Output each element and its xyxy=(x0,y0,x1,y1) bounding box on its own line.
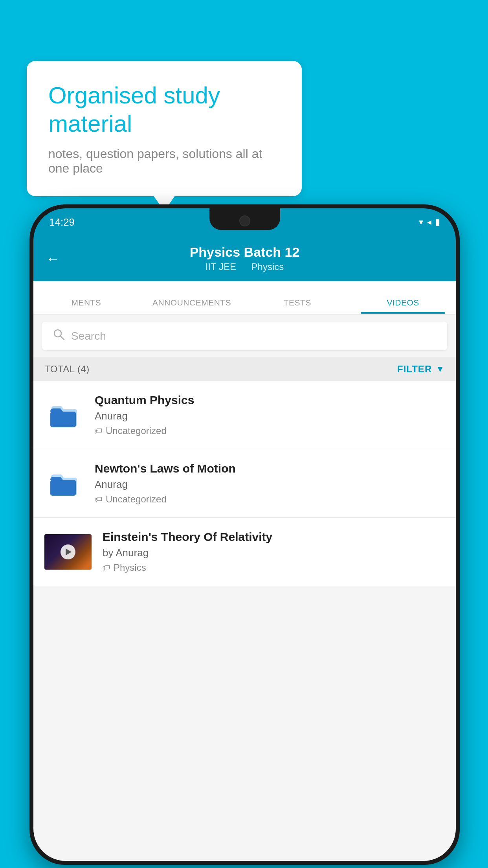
speech-bubble-subtitle: notes, question papers, solutions all at… xyxy=(48,147,280,176)
folder-icon xyxy=(44,397,84,433)
tab-videos[interactable]: VIDEOS xyxy=(350,298,456,314)
folder-icon xyxy=(44,466,84,501)
video-info: Quantum Physics Anurag 🏷 Uncategorized xyxy=(95,394,445,436)
tab-tests[interactable]: TESTS xyxy=(245,298,350,314)
search-placeholder: Search xyxy=(71,330,106,342)
video-list: Quantum Physics Anurag 🏷 Uncategorized xyxy=(33,381,456,586)
video-tag: 🏷 Uncategorized xyxy=(95,494,445,505)
phone-camera xyxy=(239,215,250,226)
list-item[interactable]: Newton's Laws of Motion Anurag 🏷 Uncateg… xyxy=(33,449,456,518)
wifi-icon: ▾ xyxy=(419,217,423,227)
header-title: Physics Batch 12 xyxy=(190,245,300,260)
tag-icon: 🏷 xyxy=(103,563,110,572)
tag-label: Physics xyxy=(114,562,146,573)
speech-bubble-section: Organised study material notes, question… xyxy=(27,61,302,196)
status-time: 14:29 xyxy=(49,216,75,228)
phone-frame: 14:29 ▾ ◂ ▮ ← Physics Batch 12 IIT JEE P… xyxy=(29,204,460,865)
video-tag: 🏷 Physics xyxy=(103,562,445,573)
tag-label: Uncategorized xyxy=(106,425,167,436)
video-author: Anurag xyxy=(95,410,445,422)
video-thumbnail xyxy=(44,534,92,570)
signal-icon: ◂ xyxy=(427,217,431,227)
back-button[interactable]: ← xyxy=(46,250,60,267)
app-header: ← Physics Batch 12 IIT JEE Physics xyxy=(33,236,456,281)
svg-line-1 xyxy=(61,336,64,340)
video-info: Newton's Laws of Motion Anurag 🏷 Uncateg… xyxy=(95,462,445,505)
search-icon xyxy=(53,329,65,343)
header-subtitle-right: Physics xyxy=(251,261,284,272)
tag-icon: 🏷 xyxy=(95,427,103,436)
tab-announcements[interactable]: ANNOUNCEMENTS xyxy=(139,298,245,314)
speech-bubble-title: Organised study material xyxy=(48,81,280,138)
total-count: TOTAL (4) xyxy=(44,364,90,375)
filter-label: FILTER xyxy=(397,364,432,375)
tab-bar: MENTS ANNOUNCEMENTS TESTS VIDEOS xyxy=(33,281,456,314)
video-info: Einstein's Theory Of Relativity by Anura… xyxy=(103,530,445,573)
filter-bar: TOTAL (4) FILTER ▼ xyxy=(33,357,456,381)
video-author: Anurag xyxy=(95,478,445,491)
header-subtitle-left: IIT JEE xyxy=(205,261,236,272)
video-title: Quantum Physics xyxy=(95,394,445,407)
list-item[interactable]: Einstein's Theory Of Relativity by Anura… xyxy=(33,518,456,586)
app-content: Search TOTAL (4) FILTER ▼ xyxy=(33,314,456,861)
phone-notch xyxy=(209,208,280,230)
speech-bubble-card: Organised study material notes, question… xyxy=(27,61,302,196)
tag-label: Uncategorized xyxy=(106,494,167,505)
svg-rect-3 xyxy=(50,412,76,427)
filter-button[interactable]: FILTER ▼ xyxy=(397,364,445,375)
play-triangle xyxy=(66,548,72,555)
tab-ments[interactable]: MENTS xyxy=(33,298,139,314)
video-author: by Anurag xyxy=(103,547,445,559)
header-subtitle: IIT JEE Physics xyxy=(202,261,287,272)
video-tag: 🏷 Uncategorized xyxy=(95,425,445,436)
svg-rect-5 xyxy=(50,480,76,496)
tag-icon: 🏷 xyxy=(95,495,103,504)
filter-icon: ▼ xyxy=(436,364,445,374)
battery-icon: ▮ xyxy=(435,217,440,227)
video-title: Newton's Laws of Motion xyxy=(95,462,445,475)
status-icons: ▾ ◂ ▮ xyxy=(419,217,440,227)
play-button[interactable] xyxy=(61,544,75,559)
list-item[interactable]: Quantum Physics Anurag 🏷 Uncategorized xyxy=(33,381,456,449)
video-title: Einstein's Theory Of Relativity xyxy=(103,530,445,544)
search-bar[interactable]: Search xyxy=(42,322,447,350)
